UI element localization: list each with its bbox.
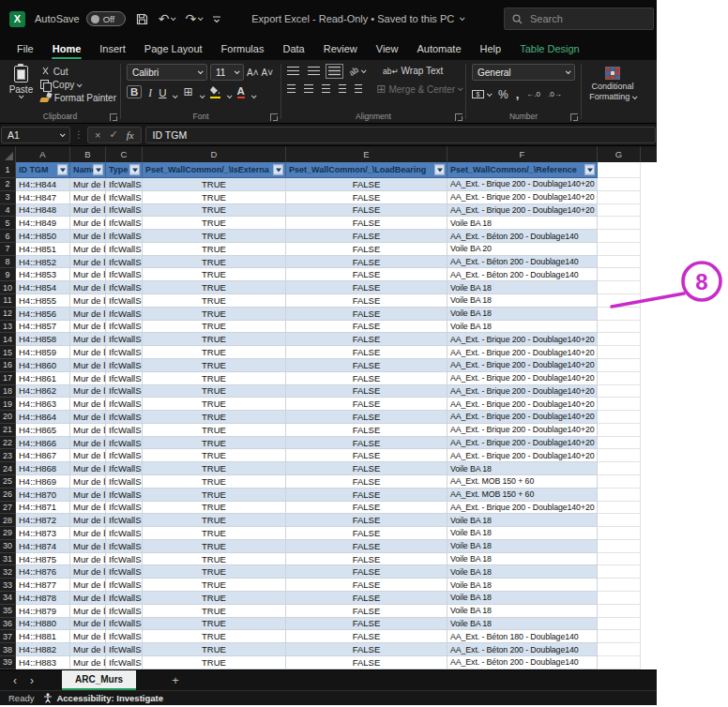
cell[interactable]: H4::H882 [16, 643, 70, 656]
cell[interactable] [598, 321, 641, 334]
cell[interactable]: FALSE [286, 308, 447, 321]
cell[interactable]: H4::H878 [16, 592, 70, 605]
underline-button[interactable]: U [159, 87, 166, 98]
cell[interactable]: TRUE [143, 592, 286, 605]
cell[interactable]: FALSE [286, 178, 447, 191]
row-number[interactable]: 7 [0, 243, 16, 256]
cell[interactable] [598, 268, 641, 281]
cell[interactable]: Mur de b [70, 462, 106, 475]
cell[interactable] [598, 372, 641, 385]
chevron-down-icon[interactable] [199, 93, 205, 98]
cell[interactable]: H4::H883 [16, 656, 70, 669]
filter-dropdown-button[interactable] [129, 165, 140, 175]
cell[interactable]: TRUE [143, 230, 286, 243]
row-number[interactable]: 39 [0, 656, 16, 669]
cell[interactable]: H4::H875 [16, 553, 70, 566]
cell[interactable]: H4::H855 [16, 294, 70, 308]
row-number[interactable]: 3 [0, 191, 16, 204]
cell[interactable]: TRUE [143, 565, 286, 579]
cell[interactable]: AA_Ext. - Brique 200 - Doublage140+20 [447, 372, 598, 385]
shrink-font-button[interactable]: A˅ [262, 68, 274, 78]
cell[interactable]: Voile BA 18 [447, 618, 598, 631]
cell[interactable]: H4::H850 [16, 230, 70, 243]
cell[interactable]: IfcWallS [106, 281, 143, 294]
font-name-select[interactable]: Calibri [127, 64, 207, 81]
cell[interactable]: Mur de b [70, 475, 106, 489]
cell[interactable]: Mur de b [70, 553, 106, 566]
cell[interactable]: TRUE [143, 553, 286, 566]
cell[interactable]: Voile BA 18 [447, 605, 598, 618]
cell[interactable]: FALSE [286, 540, 447, 553]
cell[interactable]: FALSE [286, 553, 447, 566]
row-number[interactable]: 25 [0, 475, 16, 489]
cell[interactable]: FALSE [286, 449, 447, 462]
cell[interactable]: TRUE [143, 372, 286, 385]
cell[interactable] [598, 592, 641, 605]
align-top-button[interactable] [287, 67, 299, 76]
table-header-cell[interactable]: Name [70, 162, 106, 178]
cell[interactable]: H4::H865 [16, 424, 70, 437]
cell[interactable] [598, 502, 641, 515]
column-header-a[interactable]: A [16, 146, 70, 162]
cell[interactable]: FALSE [286, 437, 447, 450]
ribbon-tab-file[interactable]: File [8, 38, 43, 60]
ribbon-tab-formulas[interactable]: Formulas [212, 38, 274, 60]
cell[interactable]: Mur de b [70, 243, 106, 256]
cell[interactable] [598, 281, 641, 294]
table-header-cell[interactable]: Pset_WallCommon/_\LoadBearing [286, 162, 447, 178]
cell[interactable]: FALSE [286, 204, 447, 218]
column-header-g[interactable]: G [598, 146, 641, 162]
filter-dropdown-button[interactable] [584, 165, 595, 175]
table-header-cell[interactable]: Pset_WallCommon/_\IsExterna [143, 162, 286, 178]
select-all-corner[interactable] [0, 146, 16, 162]
formula-input[interactable]: ID TGM [145, 127, 656, 143]
cell[interactable]: Mur de b [70, 294, 106, 308]
chevron-down-icon[interactable] [226, 93, 232, 98]
cell[interactable]: IfcWallS [106, 630, 143, 643]
cell[interactable]: IfcWallS [106, 605, 143, 618]
cell[interactable]: H4::H879 [16, 605, 70, 618]
cell[interactable] [598, 204, 641, 218]
cell[interactable]: FALSE [286, 514, 447, 527]
name-box[interactable]: A1 [1, 127, 70, 143]
font-color-button[interactable]: A [237, 85, 245, 98]
cell[interactable]: AA_Ext. - Béton 200 - Doublage140 [447, 656, 598, 669]
cell[interactable]: IfcWallS [106, 256, 143, 269]
row-number[interactable]: 8 [0, 256, 16, 269]
font-size-select[interactable]: 11 [210, 64, 244, 81]
cell[interactable]: FALSE [286, 385, 447, 399]
cell[interactable]: TRUE [143, 514, 286, 527]
cell[interactable]: H4::H867 [16, 449, 70, 462]
cell[interactable] [598, 346, 641, 359]
clipboard-dialog-launcher[interactable] [110, 113, 117, 121]
cell[interactable]: Voile BA 20 [447, 243, 598, 256]
cell[interactable]: IfcWallS [106, 540, 143, 553]
row-number[interactable]: 5 [0, 217, 16, 230]
cell[interactable] [598, 191, 641, 204]
cell[interactable]: AA_Ext. - Béton 200 - Doublage140 [447, 230, 598, 243]
cell[interactable]: Mur de b [70, 281, 106, 294]
cell[interactable]: TRUE [143, 178, 286, 191]
cell[interactable]: FALSE [286, 565, 447, 579]
cell[interactable]: H4::H844 [16, 178, 70, 191]
cell[interactable] [598, 243, 641, 256]
row-number[interactable]: 13 [0, 321, 16, 334]
cell[interactable]: AA_Ext. - Brique 200 - Doublage140+20 [447, 424, 598, 437]
row-number[interactable]: 32 [0, 565, 16, 579]
row-number[interactable]: 2 [0, 178, 16, 191]
copy-button[interactable]: Copy [40, 80, 116, 90]
row-number[interactable]: 35 [0, 605, 16, 618]
cell[interactable] [598, 630, 641, 643]
row-number[interactable]: 38 [0, 643, 16, 656]
grow-font-button[interactable]: A˄ [247, 68, 259, 78]
cell[interactable]: H4::H861 [16, 372, 70, 385]
cell[interactable]: H4::H873 [16, 527, 70, 540]
cell[interactable]: IfcWallS [106, 372, 143, 385]
fill-color-button[interactable] [210, 85, 220, 98]
cell[interactable]: Voile BA 18 [447, 527, 598, 540]
cell[interactable]: H4::H862 [16, 385, 70, 399]
cell[interactable]: FALSE [286, 398, 447, 411]
cell[interactable] [598, 527, 641, 540]
cell[interactable]: H4::H859 [16, 346, 70, 359]
cell[interactable] [598, 605, 641, 618]
